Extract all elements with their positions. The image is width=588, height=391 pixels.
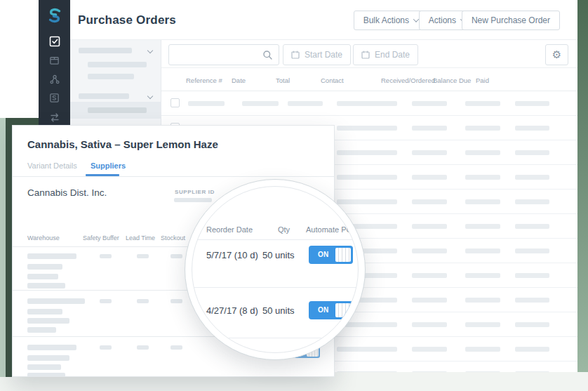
column-header-date[interactable]: Date — [232, 77, 246, 84]
placeholder-bar — [174, 198, 212, 202]
placeholder-bar — [88, 62, 147, 67]
chevron-down-icon[interactable] — [147, 48, 153, 53]
end-date-button[interactable]: End Date — [353, 44, 418, 65]
placeholder-bar — [27, 373, 65, 377]
placeholder-bar — [27, 264, 62, 270]
placeholder-bar — [515, 298, 549, 303]
supplier-id-label: SUPPLIER ID — [175, 189, 215, 195]
reorder-date-value: 4/27/17 (8 d) — [206, 305, 258, 316]
orders-clipboard-icon[interactable] — [39, 32, 70, 51]
divider — [192, 239, 359, 240]
placeholder-bar — [465, 322, 500, 327]
placeholder-bar — [515, 199, 549, 204]
reorder-date-value: 5/7/17 (10 d) — [206, 250, 258, 260]
page-title: Purchase Orders — [78, 13, 176, 27]
placeholder-bar — [27, 327, 56, 333]
divider — [13, 176, 335, 177]
placeholder-bar — [412, 371, 447, 372]
placeholder-bar — [515, 175, 549, 180]
placeholder-bar — [337, 101, 397, 106]
toggle-on-label: ON — [318, 306, 329, 314]
bulk-actions-button[interactable]: Bulk Actions — [354, 11, 428, 30]
column-header-contact[interactable]: Contact — [321, 77, 344, 84]
background-sage-strip — [0, 118, 6, 377]
column-header-balance-due[interactable]: Balance Due — [433, 77, 471, 84]
column-header-automate-po: Automate PO — [306, 225, 352, 234]
calendar-icon — [361, 51, 370, 59]
placeholder-bar — [79, 48, 132, 53]
placeholder-bar — [515, 101, 549, 106]
placeholder-bar — [515, 248, 549, 253]
placeholder-bar — [27, 318, 69, 324]
screenshot-canvas: Purchase Orders Bulk Actions Actions New… — [0, 0, 588, 391]
placeholder-bar — [412, 175, 447, 180]
po-table-header: Reference # Date Total Contact Received/… — [161, 68, 577, 91]
search-input[interactable] — [168, 44, 279, 65]
placeholder-bar — [27, 283, 65, 289]
placeholder-bar — [465, 298, 500, 303]
stitch-logo-icon[interactable] — [44, 5, 65, 26]
placeholder-bar — [465, 273, 500, 278]
tab-variant-details[interactable]: Variant Details — [27, 161, 77, 170]
placeholder-bar — [465, 371, 500, 372]
placeholder-bar — [412, 273, 447, 278]
automate-po-toggle[interactable]: ON — [309, 301, 353, 319]
column-header-lead-time: Lead Time — [126, 234, 155, 241]
row-checkbox[interactable] — [171, 98, 180, 107]
placeholder-bar — [337, 347, 397, 352]
placeholder-bar — [515, 371, 549, 372]
placeholder-bar — [465, 224, 500, 229]
transfers-arrows-icon[interactable] — [39, 107, 70, 126]
column-header-reference[interactable]: Reference # — [186, 77, 222, 84]
placeholder-bar — [515, 273, 549, 278]
chevron-down-icon[interactable] — [147, 93, 153, 99]
actions-label: Actions — [429, 15, 456, 25]
placeholder-bar — [27, 364, 61, 370]
placeholder-bar — [337, 371, 397, 372]
placeholder-bar — [100, 254, 112, 258]
magnifier-lens: Reorder Date Qty Automate PO 5/7/17 (10 … — [185, 179, 366, 360]
placeholder-bar — [515, 150, 549, 155]
qty-value: 50 units — [262, 305, 295, 316]
page-header: Purchase Orders Bulk Actions Actions New… — [70, 0, 577, 40]
placeholder-bar — [515, 126, 549, 131]
placeholder-bar — [515, 322, 549, 327]
column-header-total[interactable]: Total — [276, 77, 290, 84]
new-purchase-order-button[interactable]: New Purchase Order — [462, 11, 560, 30]
placeholder-bar — [412, 224, 447, 229]
placeholder-bar — [465, 101, 500, 106]
tab-suppliers[interactable]: Suppliers — [91, 161, 126, 170]
column-header-warehouse: Warehouse — [27, 234, 60, 241]
placeholder-bar — [412, 248, 447, 253]
placeholder-bar — [27, 355, 69, 361]
products-box-icon[interactable] — [39, 51, 70, 69]
placeholder-bar — [79, 93, 129, 99]
placeholder-bar — [288, 101, 323, 106]
table-settings-button[interactable]: ⚙ — [545, 44, 568, 65]
contacts-network-icon[interactable] — [39, 69, 70, 88]
placeholder-bar — [337, 199, 397, 204]
new-purchase-order-label: New Purchase Order — [472, 15, 550, 25]
sales-dollar-icon[interactable] — [39, 88, 70, 107]
placeholder-bar — [515, 224, 549, 229]
divider — [192, 338, 359, 338]
placeholder-bar — [88, 107, 147, 113]
variant-title: Cannabis, Sativa – Super Lemon Haze — [27, 138, 218, 150]
chevron-down-icon — [413, 16, 419, 22]
placeholder-bar — [515, 347, 549, 352]
table-row — [161, 91, 577, 116]
automate-po-toggle[interactable]: ON — [309, 246, 353, 264]
placeholder-bar — [137, 299, 149, 303]
start-date-label: Start Date — [305, 50, 342, 60]
selected-filter-row[interactable] — [70, 102, 161, 119]
placeholder-bar — [171, 299, 182, 303]
placeholder-bar — [465, 199, 500, 204]
column-header-paid[interactable]: Paid — [476, 77, 489, 84]
column-header-received-ordered[interactable]: Received/Ordered — [381, 77, 435, 84]
placeholder-bar — [412, 150, 447, 155]
placeholder-bar — [100, 299, 112, 303]
placeholder-bar — [137, 254, 149, 258]
placeholder-bar — [412, 347, 447, 352]
placeholder-bar — [88, 74, 134, 79]
start-date-button[interactable]: Start Date — [283, 44, 351, 65]
